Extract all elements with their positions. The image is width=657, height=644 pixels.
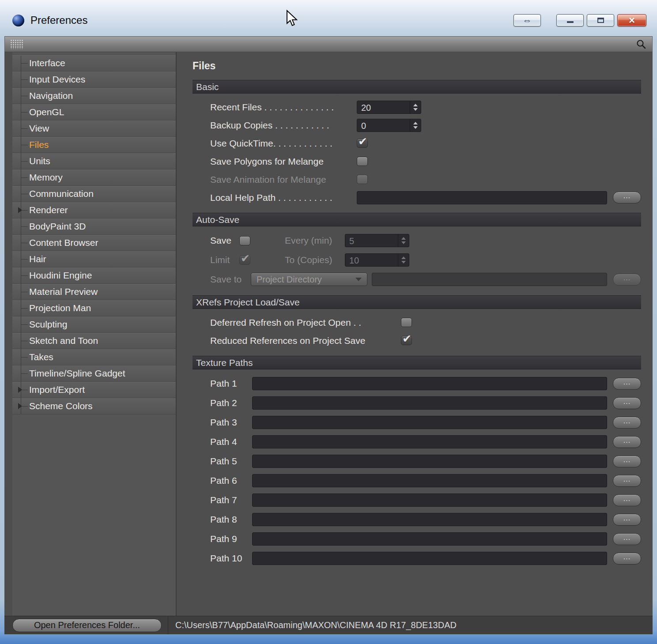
texture-path-row: Path 9... [210,529,641,549]
sidebar-item-import-export[interactable]: Import/Export [12,382,176,398]
sidebar-item-takes[interactable]: Takes [12,349,176,365]
save-to-dropdown-value: Project Directory [257,275,322,285]
titlebar[interactable]: Preferences ⇔ × [0,0,657,36]
texture-path-rows: Path 1...Path 2...Path 3...Path 4...Path… [193,369,641,574]
sidebar-item-timeline-spline-gadget[interactable]: Timeline/Spline Gadget [12,365,176,382]
sidebar-item-interface[interactable]: Interface [12,55,176,72]
sidebar-item-communication[interactable]: Communication [12,186,176,202]
browse-button[interactable]: ... [613,494,641,506]
path-label: Path 9 [210,534,252,544]
close-button[interactable]: × [617,14,646,26]
sidebar-item-hair[interactable]: Hair [12,251,176,267]
spinner-value: 0 [357,119,410,132]
save-animation-label: Save Animation for Melange [210,174,357,185]
sidebar-item-memory[interactable]: Memory [12,169,176,186]
recent-files-row: Recent Files . . . . . . . . . . . . . .… [210,98,641,116]
sidebar-item-label: Material Preview [29,286,98,297]
page-title: Files [193,60,641,72]
spinner-arrows-icon[interactable] [410,119,421,132]
browse-button[interactable]: ... [613,475,641,487]
save-to-browse-button: ... [613,274,641,286]
sidebar-item-label: Houdini Engine [29,270,92,281]
autosave-save-label: Save [210,235,239,246]
texture-path-input[interactable] [252,513,607,526]
save-polygons-label: Save Polygons for Melange [210,156,357,167]
sidebar-item-label: Sketch and Toon [29,335,98,346]
sidebar-item-sculpting[interactable]: Sculpting [12,316,176,333]
save-polygons-checkbox[interactable] [357,157,368,166]
sidebar-item-houdini-engine[interactable]: Houdini Engine [12,267,176,284]
browse-button[interactable]: ... [613,378,641,390]
recent-files-spinner[interactable]: 20 [357,101,421,114]
spinner-arrows-icon[interactable] [410,101,421,113]
preferences-folder-path: C:\Users\B77\AppData\Roaming\MAXON\CINEM… [168,616,653,634]
use-quicktime-checkbox[interactable] [357,139,368,148]
texture-path-input[interactable] [252,552,607,565]
browse-button[interactable]: ... [613,397,641,409]
expand-arrow-icon[interactable] [18,387,22,393]
path-label: Path 6 [210,475,252,486]
sidebar-item-projection-man[interactable]: Projection Man [12,300,176,316]
use-quicktime-row: Use QuickTime. . . . . . . . . . . . [210,134,641,152]
sidebar-item-label: Projection Man [29,303,91,313]
expand-arrow-icon[interactable] [18,403,22,409]
autosave-to-copies-spinner: 10 [345,253,409,267]
browse-button[interactable]: ... [613,436,641,448]
sidebar-item-label: OpenGL [29,107,64,117]
browse-button[interactable]: ... [613,553,641,565]
content-area: InterfaceInput DevicesNavigationOpenGLVi… [4,52,653,616]
path-label: Path 8 [210,514,252,525]
sidebar-item-sketch-and-toon[interactable]: Sketch and Toon [12,333,176,349]
local-help-path-browse-button[interactable]: ... [613,192,641,203]
local-help-path-row: Local Help Path . . . . . . . . . . . ..… [210,188,641,207]
sidebar-item-units[interactable]: Units [12,153,176,169]
texture-path-row: Path 5... [210,452,641,471]
browse-button[interactable]: ... [613,417,641,429]
section-header-basic: Basic [193,80,641,94]
sidebar-item-input-devices[interactable]: Input Devices [12,72,176,88]
sidebar-item-navigation[interactable]: Navigation [12,88,176,104]
autosave-save-checkbox[interactable] [239,236,250,245]
browse-button[interactable]: ... [613,514,641,526]
open-preferences-folder-button[interactable]: Open Preferences Folder... [12,619,162,632]
search-icon[interactable] [635,38,647,50]
autosave-save-to-row: Save to Project Directory ... [210,270,641,289]
texture-path-input[interactable] [252,377,607,390]
texture-path-input[interactable] [252,474,607,487]
texture-path-input[interactable] [252,532,607,546]
sidebar-item-files[interactable]: Files [12,137,176,153]
save-to-dropdown: Project Directory [251,273,367,286]
sidebar-item-bodypaint-3d[interactable]: BodyPaint 3D [12,218,176,235]
dock-button[interactable]: ⇔ [514,14,541,26]
sidebar-item-label: Renderer [29,205,68,215]
sidebar-item-renderer[interactable]: Renderer [12,202,176,218]
local-help-path-input[interactable] [357,191,607,204]
texture-path-input[interactable] [252,416,607,429]
deferred-refresh-row: Deferred Refresh on Project Open . . [210,313,641,331]
reduced-references-checkbox[interactable] [401,336,412,345]
sidebar-item-scheme-colors[interactable]: Scheme Colors [12,398,176,414]
browse-button[interactable]: ... [613,456,641,467]
section-header-xrefs: XRefs Project Load/Save [193,295,641,309]
use-quicktime-label: Use QuickTime. . . . . . . . . . . . [210,138,357,149]
save-animation-checkbox [357,175,368,184]
deferred-refresh-checkbox[interactable] [401,318,412,327]
maximize-button[interactable] [587,14,614,26]
sidebar-item-content-browser[interactable]: Content Browser [12,235,176,251]
texture-path-input[interactable] [252,493,607,507]
browse-button[interactable]: ... [613,533,641,545]
texture-path-input[interactable] [252,455,607,468]
minimize-button[interactable] [556,14,584,26]
texture-path-input[interactable] [252,435,607,448]
grip-icon[interactable] [10,39,23,49]
path-label: Path 4 [210,437,252,447]
sidebar-item-view[interactable]: View [12,121,176,137]
expand-arrow-icon[interactable] [18,207,22,213]
sidebar-item-opengl[interactable]: OpenGL [12,104,176,121]
texture-path-input[interactable] [252,396,607,410]
texture-path-row: Path 8... [210,510,641,529]
recent-files-label: Recent Files . . . . . . . . . . . . . . [210,102,357,113]
sidebar-item-material-preview[interactable]: Material Preview [12,284,176,300]
backup-copies-spinner[interactable]: 0 [357,119,421,132]
texture-path-row: Path 1... [210,374,641,393]
